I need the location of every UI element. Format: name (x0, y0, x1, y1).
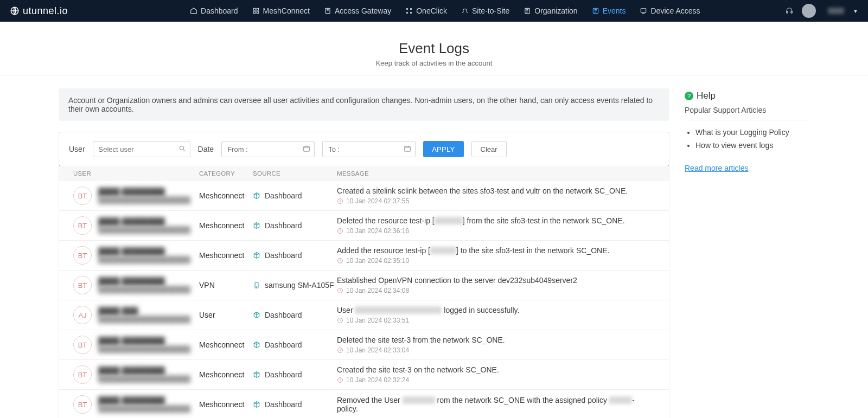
user-avatar[interactable] (802, 4, 816, 18)
help-subtitle: Popular Support Articles (685, 106, 809, 120)
events-card: User Date (59, 132, 669, 418)
user-badge: BT (73, 336, 92, 354)
clock-icon (337, 287, 343, 294)
clear-button[interactable]: Clear (471, 141, 507, 157)
table-header: USER CATEGORY SOURCE MESSAGE (59, 166, 669, 181)
brand-logo[interactable]: utunnel.io (10, 5, 68, 17)
timestamp: 10 Jan 2024 02:33:51 (337, 317, 655, 324)
cell-category: User (199, 311, 253, 319)
user-badge: BT (73, 395, 92, 414)
date-filter-label: Date (198, 145, 214, 153)
cell-source: Dashboard (253, 251, 337, 260)
svg-rect-8 (641, 9, 646, 12)
nav-icon (524, 7, 531, 15)
user-badge: BT (73, 216, 92, 235)
nav-meshconnect[interactable]: MeshConnect (252, 7, 310, 15)
cell-message: Deleted the site test-3 from the network… (337, 336, 655, 354)
user-name-blurred (828, 8, 844, 14)
cell-source: Dashboard (253, 191, 337, 200)
timestamp: 10 Jan 2024 02:35:10 (337, 257, 655, 265)
cell-message: Created a sitelink sclink between the si… (337, 187, 655, 205)
user-email: ████████████████████ (98, 256, 190, 263)
cell-message: Established OpenVPN connection to the se… (337, 276, 655, 294)
user-email: ████████████████████ (98, 345, 190, 353)
svg-rect-12 (304, 146, 310, 151)
user-badge: BT (73, 365, 92, 384)
table-row: BT████ ████████████████████████████Meshc… (59, 181, 669, 210)
table-row: BT████ ████████████████████████████Meshc… (59, 389, 669, 418)
clock-icon (337, 258, 343, 264)
user-email: ████████████████████ (98, 286, 190, 293)
search-icon[interactable] (178, 145, 186, 154)
page-header: Event Logs Keep track of activities in t… (0, 22, 868, 75)
col-source: SOURCE (253, 170, 337, 177)
cell-source: Dashboard (253, 221, 337, 230)
nav-icon (592, 7, 599, 15)
nav-icon (405, 7, 413, 15)
col-user: USER (73, 170, 199, 177)
help-link[interactable]: What is your Logging Policy (695, 128, 809, 137)
chevron-down-icon[interactable]: ▼ (853, 8, 858, 14)
timestamp: 10 Jan 2024 02:33:04 (337, 346, 655, 354)
table-row: BT████ ████████████████████████████VPNsa… (59, 270, 669, 300)
table-row: BT████ ████████████████████████████Meshc… (59, 359, 669, 389)
cell-source: Dashboard (253, 340, 337, 349)
nav-device-access[interactable]: Device Access (640, 7, 700, 15)
info-banner: Account or Organization owners and admin… (59, 88, 669, 121)
user-name: ████ ████████ (98, 188, 190, 196)
apply-button[interactable]: APPLY (423, 141, 463, 157)
nav-icon (640, 7, 647, 15)
read-more-link[interactable]: Read more articles (685, 164, 749, 172)
nav-right: ▼ (786, 4, 858, 18)
cell-category: Meshconnect (199, 191, 253, 200)
nav-icon (324, 7, 331, 15)
svg-rect-9 (787, 11, 788, 13)
cell-category: Meshconnect (199, 340, 253, 349)
globe-icon (10, 6, 20, 16)
cell-source: Dashboard (253, 311, 337, 319)
svg-point-5 (411, 12, 412, 13)
timestamp: 10 Jan 2024 02:32:24 (337, 376, 655, 384)
clock-icon (337, 228, 343, 234)
cell-message: Deleted the resource test-ip [] from the… (337, 216, 655, 235)
user-name: ████ ████████ (98, 277, 190, 286)
cell-message: Removed the User rom the network SC_ONE … (337, 396, 655, 413)
svg-rect-10 (791, 11, 792, 13)
headset-icon[interactable] (786, 7, 793, 15)
col-message: MESSAGE (337, 170, 655, 177)
nav-site-to-site[interactable]: Site-to-Site (461, 7, 509, 15)
nav-events[interactable]: Events (592, 7, 626, 15)
nav-organization[interactable]: Organization (524, 7, 577, 15)
date-from-input[interactable] (221, 141, 315, 157)
cell-category: Meshconnect (199, 400, 253, 409)
nav-oneclick[interactable]: OneClick (405, 7, 447, 15)
user-name: ████ ███ (98, 307, 190, 316)
calendar-icon[interactable] (404, 145, 411, 154)
clock-icon (337, 317, 343, 324)
user-select-input[interactable] (93, 141, 190, 157)
user-name: ████ ████████ (98, 337, 190, 345)
svg-rect-13 (405, 146, 411, 151)
date-to-input[interactable] (322, 141, 416, 157)
svg-point-11 (180, 146, 183, 150)
help-icon: ? (685, 92, 693, 100)
nav-icon (461, 7, 469, 15)
table-row: BT████ ████████████████████████████Meshc… (59, 210, 669, 240)
user-email: ████████████████████ (98, 375, 190, 383)
help-sidebar: ? Help Popular Support Articles What is … (685, 88, 809, 418)
user-email: ████████████████████ (98, 226, 190, 234)
help-heading: ? Help (685, 91, 809, 101)
user-badge: BT (73, 246, 92, 265)
user-email: ████████████████████ (98, 196, 190, 204)
clock-icon (337, 198, 343, 204)
timestamp: 10 Jan 2024 02:34:08 (337, 287, 655, 294)
help-link[interactable]: How to view event logs (695, 141, 809, 150)
nav-access-gateway[interactable]: Access Gateway (324, 7, 391, 15)
calendar-icon[interactable] (303, 145, 310, 154)
user-badge: AJ (73, 306, 92, 324)
cell-source: Dashboard (253, 400, 337, 409)
nav-dashboard[interactable]: Dashboard (190, 7, 238, 15)
svg-point-4 (407, 12, 408, 13)
cell-category: Meshconnect (199, 251, 253, 260)
cell-category: Meshconnect (199, 370, 253, 379)
